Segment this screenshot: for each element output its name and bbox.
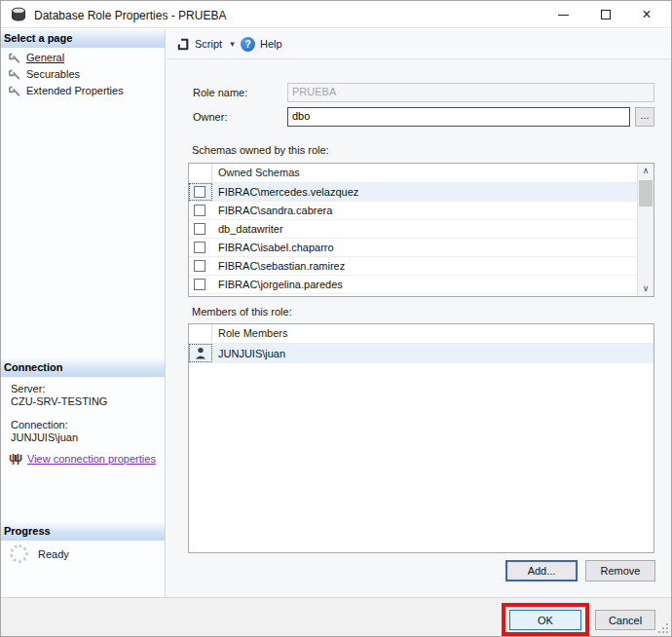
- checkbox-cell: [189, 276, 212, 293]
- scroll-up-icon[interactable]: ∧: [638, 164, 653, 178]
- chevron-down-icon: ▾: [230, 39, 235, 49]
- table-row[interactable]: FIBRAC\sandra.cabrera: [189, 202, 637, 220]
- schema-name: FIBRAC\mercedes.velazquez: [218, 186, 358, 198]
- owner-field[interactable]: dbo: [287, 107, 630, 127]
- role-members-list: Role Members JUNJUIS\juan: [188, 323, 654, 553]
- title-bar: Database Role Properties - PRUEBA ×: [1, 1, 671, 28]
- view-connection-properties-link[interactable]: ψψ View connection properties: [9, 452, 156, 466]
- sidebar-item-label: General: [26, 52, 64, 63]
- members-label: Members of this role:: [192, 306, 292, 318]
- vertical-scrollbar[interactable]: ∧ ∨: [637, 164, 653, 296]
- help-button[interactable]: ? Help: [241, 29, 282, 58]
- table-row[interactable]: FIBRAC\isabel.chaparro: [189, 239, 637, 257]
- maximize-icon: [601, 10, 611, 19]
- add-button[interactable]: Add...: [505, 560, 578, 581]
- script-button[interactable]: Script ▾: [177, 29, 235, 58]
- owned-schemas-column-header: Owned Schemas: [218, 167, 300, 178]
- checkbox[interactable]: [194, 186, 205, 198]
- schema-name: db_datawriter: [218, 223, 283, 235]
- script-label: Script: [195, 38, 222, 50]
- schema-name: FIBRAC\sebastian.ramirez: [218, 260, 345, 272]
- owner-browse-button[interactable]: ...: [635, 107, 654, 127]
- owner-label: Owner:: [193, 111, 227, 123]
- role-name-field: PRUEBA: [287, 83, 654, 102]
- wrench-icon: [9, 69, 20, 81]
- schema-name: FIBRAC\sandra.cabrera: [218, 205, 332, 216]
- dialog-database-role-properties: Database Role Properties - PRUEBA × Sele…: [0, 0, 672, 637]
- role-name-label: Role name:: [193, 87, 247, 98]
- sidebar-item-general[interactable]: General: [1, 52, 165, 67]
- checkbox-cell: [189, 220, 212, 238]
- scroll-down-icon[interactable]: ∨: [638, 281, 653, 296]
- checkbox-column-header: [189, 164, 212, 182]
- user-icon: [194, 347, 207, 360]
- table-row[interactable]: JUNJUIS\juan: [189, 344, 653, 363]
- checkbox[interactable]: [194, 242, 205, 253]
- checkbox[interactable]: [194, 279, 205, 290]
- remove-button[interactable]: Remove: [585, 560, 655, 581]
- help-label: Help: [260, 38, 282, 50]
- table-row[interactable]: db_datawriter: [189, 220, 637, 239]
- checkbox-cell: [189, 183, 212, 201]
- cancel-button[interactable]: Cancel: [595, 610, 655, 630]
- resize-grip[interactable]: [666, 631, 668, 633]
- connection-header: Connection: [1, 358, 165, 377]
- schema-name: FIBRAC\jorgelina.paredes: [218, 279, 343, 290]
- connection-properties-icon: ψψ: [9, 452, 22, 466]
- checkbox-cell: [189, 257, 212, 275]
- role-members-header-row: Role Members: [189, 324, 653, 344]
- minimize-icon: [558, 15, 569, 16]
- schema-name: FIBRAC\isabel.chaparro: [218, 242, 334, 253]
- script-icon: [177, 38, 190, 51]
- sidebar-item-label: Securables: [26, 68, 80, 80]
- checkbox[interactable]: [194, 260, 205, 272]
- table-row[interactable]: FIBRAC\jorgelina.paredes: [189, 276, 637, 294]
- close-icon: ×: [642, 7, 651, 22]
- help-icon: ?: [241, 37, 255, 52]
- window-title: Database Role Properties - PRUEBA: [34, 9, 226, 22]
- owned-schemas-list: Owned Schemas FIBRAC\mercedes.velazquez …: [188, 163, 654, 297]
- table-row[interactable]: FIBRAC\mercedes.velazquez: [189, 183, 637, 202]
- progress-header: Progress: [1, 522, 165, 541]
- checkbox-cell: [189, 239, 212, 256]
- wrench-icon: [9, 53, 20, 64]
- sidebar: Select a page General Securables Extende…: [1, 29, 166, 597]
- member-icon-cell: [189, 344, 212, 362]
- server-label: Server:: [11, 383, 45, 394]
- wrench-icon: [9, 86, 20, 97]
- ok-button[interactable]: OK: [509, 610, 581, 630]
- select-a-page-header: Select a page: [1, 29, 165, 48]
- role-members-column-header: Role Members: [218, 327, 288, 339]
- checkbox[interactable]: [194, 205, 205, 216]
- connection-value: JUNJUIS\juan: [11, 431, 78, 443]
- sidebar-item-extended-properties[interactable]: Extended Properties: [1, 85, 165, 100]
- schemas-owned-label: Schemas owned by this role:: [192, 144, 329, 156]
- sidebar-item-label: Extended Properties: [26, 85, 124, 96]
- scrollbar-thumb[interactable]: [639, 180, 653, 206]
- sidebar-item-securables[interactable]: Securables: [1, 68, 165, 84]
- checkbox-cell: [189, 202, 212, 219]
- minimize-button[interactable]: [544, 1, 581, 28]
- link-label: View connection properties: [27, 453, 156, 465]
- server-value: CZU-SRV-TESTING: [11, 395, 107, 407]
- table-row[interactable]: FIBRAC\sebastian.ramirez: [189, 257, 637, 276]
- spinner-icon: [10, 544, 28, 563]
- connection-label: Connection:: [11, 419, 68, 431]
- maximize-button[interactable]: [587, 1, 624, 28]
- database-icon: [11, 7, 26, 22]
- owned-schemas-header-row: Owned Schemas: [189, 164, 653, 183]
- member-name: JUNJUIS\juan: [218, 348, 285, 359]
- toolbar: Script ▾ ? Help: [167, 29, 671, 59]
- close-button[interactable]: ×: [628, 1, 665, 28]
- progress-status: Ready: [38, 548, 69, 560]
- checkbox[interactable]: [194, 223, 205, 235]
- icon-column-header: [189, 324, 212, 343]
